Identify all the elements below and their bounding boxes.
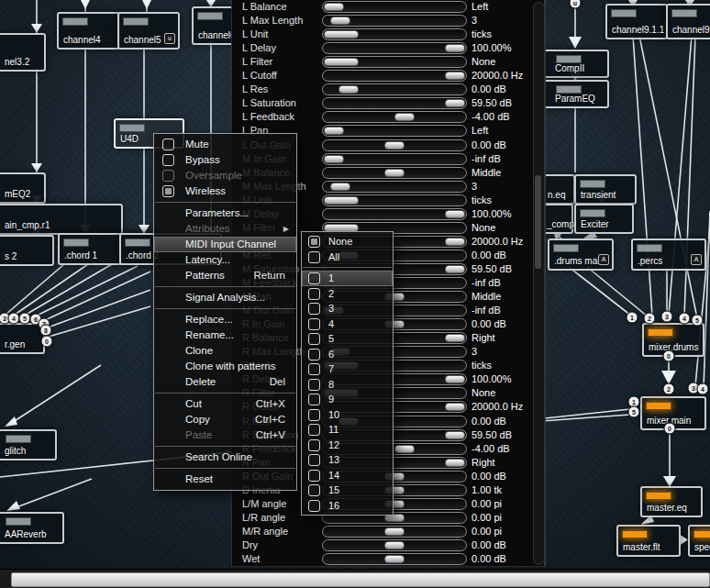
checkbox-channel-5[interactable]	[308, 333, 320, 345]
checkbox-channel-11[interactable]	[308, 424, 320, 436]
param-slider-thumb[interactable]	[445, 99, 465, 107]
menu-item-parameters[interactable]: Parameters...	[154, 205, 296, 221]
midi-channel-item-none[interactable]: None	[302, 234, 393, 250]
port-5[interactable]: 5	[692, 315, 704, 327]
checkbox-channel-1[interactable]	[308, 272, 320, 284]
param-slider[interactable]	[322, 167, 467, 179]
node-ain-cmp-r1[interactable]: ain_cmp.r1	[0, 204, 123, 235]
param-slider-thumb[interactable]	[324, 58, 359, 66]
node-channel9-1-1[interactable]: channel9.1.1	[605, 4, 668, 39]
param-slider-thumb[interactable]	[445, 334, 465, 342]
node-nel3-2[interactable]: nel3.2	[0, 33, 46, 72]
param-slider-thumb[interactable]	[394, 113, 415, 121]
param-slider[interactable]	[322, 125, 467, 137]
midi-channel-item-7[interactable]: 7	[302, 361, 393, 377]
param-slider-thumb[interactable]	[384, 169, 405, 177]
node-channel4[interactable]: channel4	[57, 12, 120, 50]
horizontal-scrollbar[interactable]	[0, 569, 710, 588]
menu-item-wireless[interactable]: Wireless	[154, 183, 296, 199]
midi-channel-item-5[interactable]: 5	[302, 331, 393, 347]
param-slider-thumb[interactable]	[445, 403, 465, 411]
checkbox-channel-all[interactable]	[308, 251, 320, 263]
midi-channel-item-13[interactable]: 13	[302, 452, 393, 468]
checkbox-mute[interactable]	[162, 139, 174, 150]
checkbox-channel-15[interactable]	[308, 484, 320, 496]
param-slider[interactable]	[322, 526, 467, 538]
panel-vertical-scrollbar[interactable]	[533, 2, 545, 565]
port-4[interactable]: 4	[679, 313, 691, 325]
checkbox-channel-8[interactable]	[308, 379, 320, 391]
param-slider-thumb[interactable]	[445, 265, 465, 273]
port-2[interactable]: 2	[644, 313, 656, 325]
param-slider[interactable]	[322, 181, 467, 193]
param-slider-thumb[interactable]	[445, 72, 465, 80]
param-slider[interactable]	[322, 97, 467, 109]
midi-channel-item-12[interactable]: 12	[302, 438, 393, 453]
param-slider-thumb[interactable]	[445, 238, 465, 246]
checkbox-channel-6[interactable]	[308, 349, 320, 361]
menu-item-copy[interactable]: CopyCtrl+C	[154, 412, 296, 427]
node-r-gen[interactable]: r.gen	[0, 323, 45, 354]
node-aareverb[interactable]: AAReverb	[0, 512, 64, 544]
checkbox-wireless[interactable]	[162, 185, 174, 197]
checkbox-channel-14[interactable]	[308, 470, 320, 482]
param-slider[interactable]	[322, 139, 467, 151]
menu-item-replace[interactable]: Replace...	[154, 312, 296, 327]
node-master-flt[interactable]: master.flt	[616, 525, 681, 557]
midi-channel-item-11[interactable]: 11	[302, 422, 393, 438]
param-slider-thumb[interactable]	[324, 30, 359, 39]
checkbox-channel-none[interactable]	[308, 236, 320, 248]
menu-item-clone[interactable]: Clone	[154, 343, 296, 359]
param-slider[interactable]	[322, 56, 467, 68]
port-5[interactable]: 5	[628, 406, 640, 418]
midi-channel-item-2[interactable]: 2	[302, 286, 393, 302]
node-drums-main[interactable]: .drums mainA	[548, 239, 614, 271]
checkbox-channel-4[interactable]	[308, 318, 320, 330]
checkbox-channel-10[interactable]	[308, 409, 320, 421]
param-slider-thumb[interactable]	[445, 459, 465, 467]
midi-channel-item-14[interactable]: 14	[302, 468, 393, 483]
midi-channel-item-all[interactable]: All	[302, 250, 393, 265]
param-slider[interactable]	[322, 83, 467, 95]
checkbox-channel-7[interactable]	[308, 363, 320, 375]
param-slider-thumb[interactable]	[330, 183, 350, 191]
midi-channel-item-16[interactable]: 16	[302, 498, 393, 514]
menu-item-mute[interactable]: Mute	[154, 137, 296, 152]
menu-item-latency[interactable]: Latency...	[154, 252, 296, 268]
menu-item-bypass[interactable]: Bypass	[154, 152, 296, 168]
port-1[interactable]: 1	[627, 312, 638, 324]
midi-channel-item-8[interactable]: 8	[302, 377, 393, 393]
checkbox-channel-9[interactable]	[308, 394, 320, 405]
midi-channel-item-6[interactable]: 6	[302, 347, 393, 362]
param-slider[interactable]	[322, 42, 467, 54]
menu-item-midi-input-channel[interactable]: MIDI Input Channel	[154, 237, 296, 252]
node-channel9-1-2[interactable]: channel9.1.2	[666, 4, 710, 39]
midi-channel-item-9[interactable]: 9	[302, 392, 393, 407]
node-glitch[interactable]: glitch	[0, 429, 57, 460]
param-slider-thumb[interactable]	[384, 527, 405, 536]
menu-item-cut[interactable]: CutCtrl+X	[154, 396, 296, 412]
node-transient[interactable]: transient	[574, 174, 637, 205]
param-slider-thumb[interactable]	[324, 196, 359, 205]
param-slider-thumb[interactable]	[445, 210, 465, 218]
port-4[interactable]: 4	[697, 383, 709, 395]
midi-channel-item-1[interactable]: 1	[302, 271, 393, 286]
param-slider-thumb[interactable]	[445, 375, 465, 383]
menu-item-reset[interactable]: Reset	[154, 472, 296, 487]
node-exciter[interactable]: Exciter	[574, 204, 634, 234]
midi-channel-item-4[interactable]: 4	[302, 316, 393, 332]
checkbox-channel-13[interactable]	[308, 454, 320, 466]
port-0[interactable]: 0	[663, 350, 675, 362]
param-slider[interactable]	[322, 208, 467, 220]
param-slider[interactable]	[322, 153, 467, 165]
param-slider-thumb[interactable]	[384, 141, 405, 150]
port-0[interactable]: 0	[664, 423, 676, 435]
node-channel5[interactable]: channel5u	[117, 12, 180, 50]
param-slider[interactable]	[322, 28, 467, 40]
menu-item-rename[interactable]: Rename...	[154, 327, 296, 343]
node-spec-a[interactable]: spec.a	[688, 525, 710, 557]
param-slider[interactable]	[322, 15, 467, 27]
node-percs[interactable]: .percsA	[631, 239, 706, 271]
panel-vertical-scrollbar-thumb[interactable]	[535, 175, 541, 269]
checkbox-channel-3[interactable]	[308, 303, 320, 315]
